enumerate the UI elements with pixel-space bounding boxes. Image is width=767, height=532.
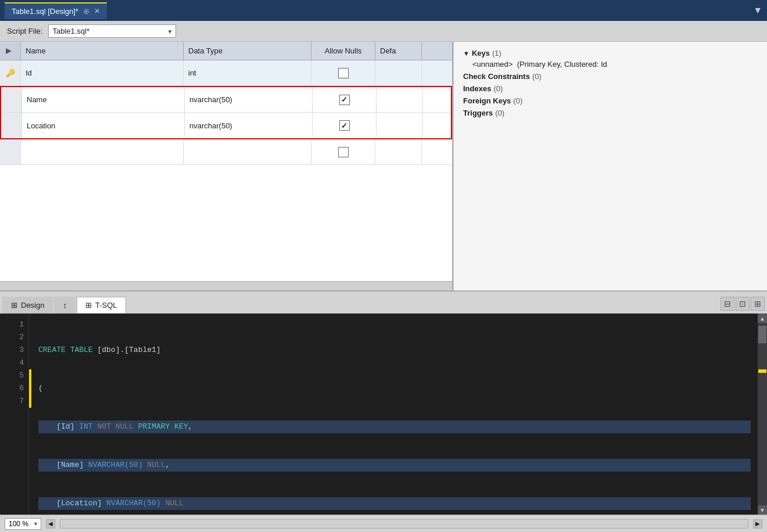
scroll-thumb[interactable] bbox=[758, 326, 766, 343]
check-constraints-count: (0) bbox=[532, 72, 542, 81]
checkbox-location-allownulls[interactable] bbox=[339, 120, 350, 131]
prop-section-triggers: Triggers (0) bbox=[463, 109, 758, 117]
scroll-up-btn[interactable]: ▲ bbox=[758, 314, 767, 323]
code-line-2: ( bbox=[38, 382, 751, 395]
split-vertical-icon[interactable]: ⊡ bbox=[736, 297, 750, 311]
table-row-empty[interactable] bbox=[0, 139, 452, 165]
cell-id-name: Id bbox=[21, 60, 184, 85]
svg-marker-0 bbox=[6, 48, 12, 54]
row-marker-pk: 🔑 bbox=[0, 60, 21, 85]
script-file-select-wrapper: Table1.sql* bbox=[48, 24, 176, 38]
code-line-1: CREATE TABLE [dbo].[Table1] bbox=[38, 344, 751, 357]
design-tab-icon: ⊞ bbox=[11, 301, 17, 310]
cell-empty-allownulls[interactable] bbox=[311, 139, 375, 164]
pin-icon[interactable]: ⊕ bbox=[83, 7, 89, 16]
table-row[interactable]: 🔑 Id int bbox=[0, 60, 452, 86]
tab-tsql[interactable]: ⊞ T-SQL bbox=[77, 297, 126, 313]
tabs-bar: ⊞ Design ↕ ⊞ T-SQL ⊟ ⊡ ⊞ bbox=[0, 292, 767, 314]
table-grid-area: Name Data Type Allow Nulls Defa 🔑 bbox=[0, 42, 453, 290]
cell-name-name: Name bbox=[22, 87, 185, 112]
properties-panel: ▼ Keys (1) <unnamed> (Primary Key, Clust… bbox=[453, 42, 767, 290]
sql-scrollbar[interactable]: ▲ ▼ bbox=[758, 314, 767, 515]
header-default: Defa bbox=[375, 42, 422, 60]
title-tab: Table1.sql [Design]* ⊕ ✕ bbox=[5, 2, 107, 19]
zoom-select[interactable]: 100 % bbox=[5, 518, 41, 530]
indexes-header[interactable]: Indexes (0) bbox=[463, 84, 758, 93]
status-bar: 100 % ◀ ▶ bbox=[0, 515, 767, 532]
tsql-tab-label: T-SQL bbox=[95, 301, 117, 310]
line-num-2: 2 bbox=[0, 331, 28, 344]
keys-label: Keys bbox=[472, 49, 490, 57]
prop-section-check-constraints: Check Constraints (0) bbox=[463, 72, 758, 81]
line-num-6: 6 bbox=[0, 382, 28, 395]
keys-item: <unnamed> (Primary Key, Clustered: Id bbox=[463, 60, 758, 69]
hscroll-left-btn[interactable]: ◀ bbox=[46, 519, 55, 529]
line-num-7: 7 bbox=[0, 395, 28, 408]
triggers-count: (0) bbox=[495, 109, 504, 117]
bottom-hscrollbar[interactable] bbox=[60, 519, 748, 529]
main-area: Name Data Type Allow Nulls Defa 🔑 bbox=[0, 42, 767, 532]
table-hscrollbar[interactable] bbox=[0, 281, 452, 290]
sort-arrows-icon: ↕ bbox=[63, 301, 67, 310]
script-bar: Script File: Table1.sql* bbox=[0, 21, 767, 42]
cell-id-datatype: int bbox=[184, 60, 311, 85]
script-file-select[interactable]: Table1.sql* bbox=[48, 24, 176, 38]
code-content[interactable]: CREATE TABLE [dbo].[Table1] ( [Id] INT N… bbox=[31, 314, 758, 515]
cell-location-allownulls[interactable] bbox=[313, 113, 377, 138]
code-line-3: [Id] INT NOT NULL PRIMARY KEY, bbox=[38, 420, 751, 433]
highlighted-rows-group: Name nvarchar(50) L bbox=[0, 86, 452, 139]
check-constraints-label: Check Constraints bbox=[463, 72, 530, 81]
tabs-right-icons: ⊟ ⊡ ⊞ bbox=[721, 297, 765, 313]
line-num-5: 5 bbox=[0, 369, 28, 382]
scroll-track[interactable] bbox=[758, 323, 767, 505]
close-icon[interactable]: ✕ bbox=[94, 7, 100, 15]
checkbox-empty-allownulls[interactable] bbox=[338, 147, 349, 157]
grid-header: Name Data Type Allow Nulls Defa bbox=[0, 42, 452, 60]
line-num-1: 1 bbox=[0, 318, 28, 331]
cell-id-allownulls[interactable] bbox=[311, 60, 375, 85]
keys-count: (1) bbox=[492, 49, 501, 57]
scroll-thumb-yellow bbox=[758, 369, 766, 373]
tsql-tab-icon: ⊞ bbox=[85, 301, 92, 310]
code-line-5: [Location] NVARCHAR(50) NULL bbox=[38, 497, 751, 510]
check-constraints-header[interactable]: Check Constraints (0) bbox=[463, 72, 758, 81]
row-marker-3 bbox=[1, 113, 22, 138]
maximize-icon[interactable]: ⊞ bbox=[751, 297, 765, 311]
tab-design[interactable]: ⊞ Design bbox=[2, 297, 53, 313]
indexes-count: (0) bbox=[493, 84, 503, 93]
zoom-select-wrapper: 100 % bbox=[5, 518, 41, 530]
design-tab-label: Design bbox=[21, 301, 44, 310]
dropdown-icon[interactable]: ▼ bbox=[753, 5, 762, 16]
cell-name-default bbox=[377, 87, 423, 112]
cell-location-datatype: nvarchar(50) bbox=[185, 113, 313, 138]
triggers-label: Triggers bbox=[463, 109, 493, 117]
cell-location-name: Location bbox=[22, 113, 185, 138]
cell-name-allownulls[interactable] bbox=[313, 87, 377, 112]
checkbox-name-allownulls[interactable] bbox=[339, 95, 350, 105]
title-tab-label: Table1.sql [Design]* bbox=[12, 7, 78, 16]
tab-sort-icon[interactable]: ↕ bbox=[54, 297, 76, 313]
row-marker-2 bbox=[1, 87, 22, 112]
cell-empty-datatype bbox=[184, 139, 311, 164]
foreign-keys-count: (0) bbox=[513, 96, 522, 105]
table-row[interactable]: Location nvarchar(50) bbox=[1, 113, 451, 138]
checkbox-id-allownulls[interactable] bbox=[338, 68, 349, 78]
foreign-keys-label: Foreign Keys bbox=[463, 96, 511, 105]
prop-section-foreign-keys: Foreign Keys (0) bbox=[463, 96, 758, 105]
sql-editor: 1 2 3 4 5 6 7 CREATE TABLE [dbo].[Table1… bbox=[0, 314, 767, 515]
split-horizontal-icon[interactable]: ⊟ bbox=[721, 297, 734, 311]
cell-id-default bbox=[375, 60, 422, 85]
foreign-keys-header[interactable]: Foreign Keys (0) bbox=[463, 96, 758, 105]
scroll-down-btn[interactable]: ▼ bbox=[758, 505, 767, 515]
table-row[interactable]: Name nvarchar(50) bbox=[1, 87, 451, 113]
keys-header[interactable]: ▼ Keys (1) bbox=[463, 49, 758, 57]
hscroll-right-btn[interactable]: ▶ bbox=[753, 519, 762, 529]
script-file-label: Script File: bbox=[7, 27, 42, 35]
triggers-header[interactable]: Triggers (0) bbox=[463, 109, 758, 117]
cell-location-default bbox=[377, 113, 423, 138]
prop-section-indexes: Indexes (0) bbox=[463, 84, 758, 93]
collapse-arrow-keys: ▼ bbox=[463, 50, 469, 57]
cell-empty-name bbox=[21, 139, 184, 164]
line-num-3: 3 bbox=[0, 344, 28, 357]
cell-empty-default bbox=[375, 139, 422, 164]
